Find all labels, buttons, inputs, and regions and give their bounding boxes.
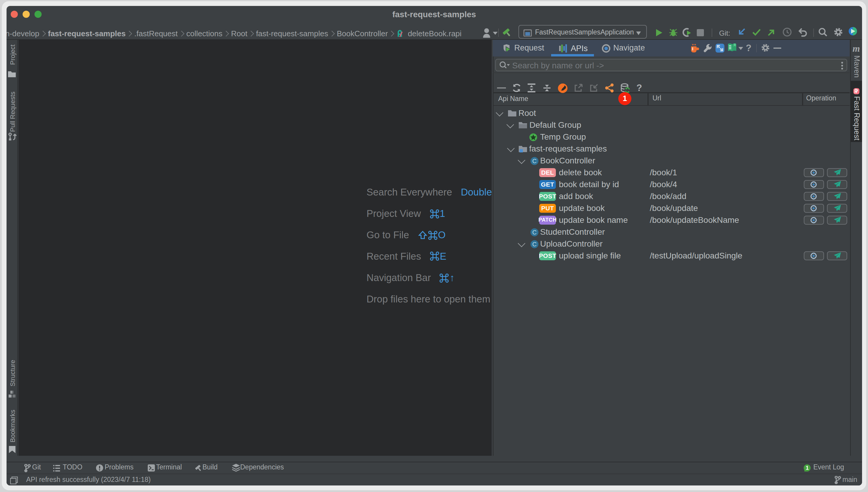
svg-text:C: C [532,229,536,236]
svg-text:C: C [532,241,536,247]
svg-text:C: C [532,158,536,164]
svg-text:1: 1 [805,465,809,471]
